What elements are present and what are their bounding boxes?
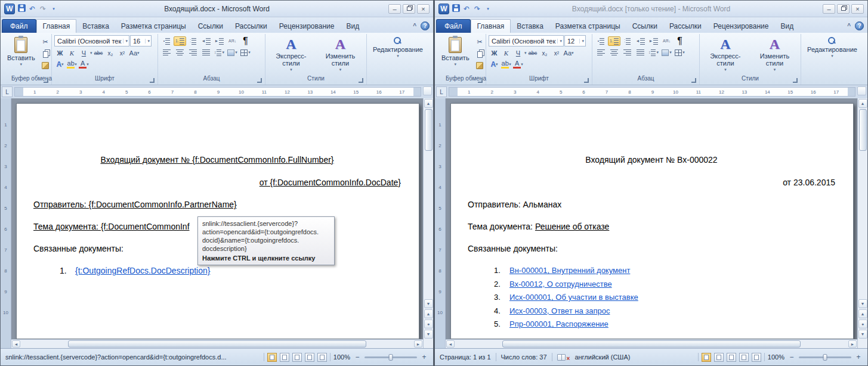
hscroll-thumb[interactable]	[68, 340, 366, 348]
styles-dialog-launcher[interactable]	[793, 78, 798, 83]
next-page-icon[interactable]: ▼	[858, 330, 867, 339]
doc-link[interactable]: Вн-000001, Внутренний документ	[509, 266, 630, 275]
strikethrough-button[interactable]: abc	[527, 48, 539, 58]
multilevel-list-button[interactable]: ⁚	[187, 36, 199, 46]
vertical-ruler[interactable]: 12345678910	[1, 98, 11, 348]
line-spacing-button[interactable]: ↕▾	[213, 48, 226, 57]
scroll-up-icon[interactable]: ▲	[424, 99, 433, 108]
text-effects-button[interactable]: А▾	[54, 60, 66, 69]
browse-object-icon[interactable]: ●	[424, 320, 433, 328]
justify-button[interactable]	[634, 48, 647, 57]
tab-insert[interactable]: Вставка	[76, 20, 115, 33]
strikethrough-button[interactable]: abc	[93, 48, 104, 58]
bold-button[interactable]: Ж	[54, 48, 66, 58]
numbering-button[interactable]: 1.	[608, 36, 620, 46]
previous-page-icon[interactable]: ▲	[858, 309, 867, 318]
zoom-level[interactable]: 100%	[768, 353, 784, 361]
doc-link[interactable]: Вх-00012, О сотрудничестве	[509, 280, 612, 289]
doc-link[interactable]: Исх-000001, Об участии в выставке	[509, 293, 638, 302]
paste-button[interactable]: Вставить ▾	[4, 35, 38, 68]
word-app-icon[interactable]: W	[438, 4, 449, 14]
editing-button[interactable]: Редактирование ▾	[370, 35, 426, 60]
zoom-out-button[interactable]: −	[787, 353, 796, 361]
tab-selector-button[interactable]: L	[2, 86, 13, 97]
italic-button[interactable]: К	[501, 48, 512, 58]
help-icon[interactable]: ?	[421, 21, 430, 30]
close-button[interactable]: ×	[417, 4, 430, 14]
font-dialog-launcher[interactable]	[584, 78, 589, 83]
align-center-button[interactable]	[174, 48, 186, 57]
vertical-scrollbar[interactable]: ▲ ▼ ▲ ● ▼	[423, 98, 433, 348]
tab-review[interactable]: Рецензирование	[708, 20, 775, 33]
doc-link[interactable]: Исх-00003, Ответ на запрос	[509, 306, 610, 315]
qat-dropdown-icon[interactable]: ▾	[484, 5, 492, 13]
view-print-layout-button[interactable]	[267, 353, 277, 362]
bullets-button[interactable]: •	[160, 36, 173, 46]
vscroll-thumb[interactable]	[859, 109, 867, 151]
bold-button[interactable]: Ж	[489, 48, 500, 58]
view-draft-button[interactable]	[317, 353, 327, 362]
tab-view[interactable]: Вид	[774, 20, 799, 33]
word-app-icon[interactable]: W	[4, 4, 15, 14]
scroll-up-icon[interactable]: ▲	[858, 99, 867, 108]
doc-link[interactable]: {t:OutgoingRefDocs.DocDescription}	[75, 266, 210, 275]
underline-dropdown-icon[interactable]: ▾	[524, 51, 527, 55]
hscroll-thumb[interactable]	[502, 340, 801, 348]
ruler-toggle-button[interactable]	[423, 86, 432, 95]
quick-styles-button[interactable]: А Экспресс-стили ▾	[702, 35, 749, 73]
title-bar[interactable]: W ↶ ↷ ▾ Входящий.docx - Microsoft Word –…	[1, 1, 433, 17]
tab-home[interactable]: Главная	[36, 19, 77, 33]
zoom-slider[interactable]	[799, 356, 851, 358]
superscript-button[interactable]: x²	[551, 48, 563, 58]
change-styles-button[interactable]: А Изменить стили ▾	[751, 35, 798, 73]
font-name-combo[interactable]: Calibri (Основной тек▾	[489, 35, 564, 46]
zoom-in-button[interactable]: +	[854, 353, 863, 361]
view-fullscreen-button[interactable]	[714, 353, 724, 362]
change-case-button[interactable]: Аа▾	[129, 48, 140, 58]
decrease-indent-button[interactable]: ◄	[634, 36, 647, 46]
browse-object-icon[interactable]: ●	[858, 320, 867, 328]
underline-dropdown-icon[interactable]: ▾	[90, 51, 92, 55]
qat-dropdown-icon[interactable]: ▾	[50, 5, 58, 13]
ruler-toggle-button[interactable]	[857, 86, 866, 95]
cut-button[interactable]: ✂	[40, 37, 51, 46]
multilevel-list-button[interactable]: ⁚	[621, 36, 634, 46]
tab-view[interactable]: Вид	[340, 20, 365, 33]
show-marks-button[interactable]: ¶	[674, 36, 686, 46]
copy-button[interactable]	[40, 49, 51, 58]
previous-page-icon[interactable]: ▲	[424, 309, 433, 318]
zoom-slider-thumb[interactable]	[823, 354, 827, 361]
styles-dialog-launcher[interactable]	[359, 78, 363, 83]
align-right-button[interactable]	[187, 48, 199, 57]
sort-button[interactable]: АЯ↓	[226, 36, 239, 46]
text-effects-button[interactable]: А▾	[489, 60, 500, 69]
next-page-icon[interactable]: ▼	[424, 330, 433, 339]
restore-button[interactable]	[403, 4, 415, 14]
format-painter-button[interactable]	[40, 61, 51, 70]
cut-button[interactable]: ✂	[474, 37, 486, 46]
clipboard-dialog-launcher[interactable]	[44, 78, 48, 83]
horizontal-scrollbar[interactable]: ◄ ►	[446, 339, 857, 348]
font-size-combo[interactable]: 16▾	[130, 35, 152, 46]
horizontal-ruler[interactable]: 1234567891011121314151617	[14, 87, 421, 97]
underline-button[interactable]: Ч	[512, 48, 524, 58]
collapse-ribbon-icon[interactable]: ^	[413, 23, 416, 29]
document-page[interactable]: Входящий документ № Вх-000022 от 23.06.2…	[450, 103, 854, 339]
vertical-scrollbar[interactable]: ▲ ▼ ▲ ● ▼	[857, 98, 867, 348]
line-spacing-button[interactable]: ↕▾	[647, 48, 660, 57]
sort-button[interactable]: АЯ↓	[660, 36, 673, 46]
redo-button[interactable]: ↷	[473, 5, 481, 13]
zoom-level[interactable]: 100%	[333, 353, 350, 361]
status-language[interactable]: английский (США)	[574, 353, 630, 361]
decrease-indent-button[interactable]: ◄	[200, 36, 212, 46]
view-draft-button[interactable]	[752, 353, 761, 362]
text-highlight-button[interactable]: ab▾	[66, 60, 78, 69]
change-case-button[interactable]: Аа▾	[563, 48, 574, 58]
doc-link[interactable]: Рпр-000001, Распоряжение	[509, 320, 608, 328]
undo-button[interactable]: ↶	[462, 5, 471, 13]
view-web-layout-button[interactable]	[292, 353, 302, 362]
italic-button[interactable]: К	[66, 48, 78, 58]
scroll-left-icon[interactable]: ◄	[446, 340, 455, 348]
text-highlight-button[interactable]: ab▾	[501, 60, 512, 69]
view-outline-button[interactable]	[305, 353, 314, 362]
